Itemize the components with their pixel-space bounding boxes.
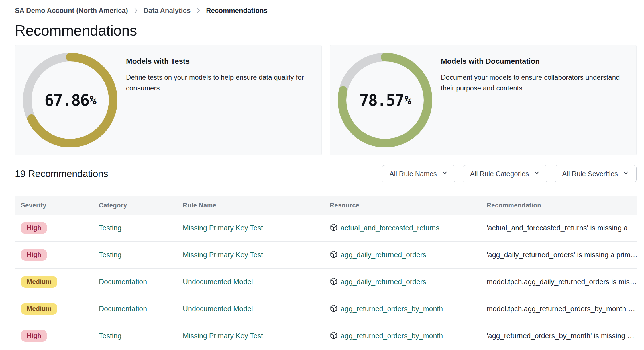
recommendation-text: model.tpch.agg_returned_orders_by_month … — [487, 305, 635, 313]
breadcrumb-item-project[interactable]: Data Analytics — [144, 7, 191, 15]
column-header-severity: Severity — [15, 202, 93, 209]
rule-name-link[interactable]: Missing Primary Key Test — [183, 332, 263, 340]
recommendation-text: 'agg_returned_orders_by_month' is missin… — [487, 332, 634, 340]
recommendation-cell: model.tpch.agg_returned_orders_by_month … — [481, 305, 637, 313]
resource-link[interactable]: actual_and_forecasted_returns — [341, 224, 439, 232]
rule-name-cell: Missing Primary Key Test — [177, 251, 324, 259]
filters: All Rule Names All Rule Categories All R… — [382, 165, 637, 182]
column-header-rule-name: Rule Name — [177, 202, 324, 209]
rule-severities-filter-dropdown[interactable]: All Rule Severities — [555, 165, 637, 182]
category-link[interactable]: Documentation — [99, 305, 147, 313]
rule-name-cell: Undocumented Model — [177, 278, 324, 286]
recommendation-cell: model.tpch.agg_daily_returned_orders is … — [481, 278, 637, 286]
severity-cell: Medium — [15, 303, 93, 315]
severity-badge: Medium — [21, 276, 57, 288]
table-body: High Testing Missing Primary Key Test ac… — [15, 215, 637, 349]
severity-cell: Medium — [15, 276, 93, 288]
recommendation-text: 'actual_and_forecasted_returns' is missi… — [487, 224, 637, 232]
rule-name-link[interactable]: Missing Primary Key Test — [183, 251, 263, 259]
category-cell: Testing — [93, 251, 177, 259]
category-cell: Documentation — [93, 305, 177, 313]
chevron-right-icon — [196, 7, 200, 14]
table-row: High Testing Missing Primary Key Test ag… — [15, 322, 637, 349]
category-link[interactable]: Testing — [99, 224, 121, 232]
rule-name-link[interactable]: Missing Primary Key Test — [183, 224, 263, 232]
chevron-down-icon — [441, 170, 448, 178]
column-header-resource: Resource — [324, 202, 481, 209]
resource-cell: agg_daily_returned_orders — [324, 250, 481, 260]
models-with-documentation-card: 78.57% Models with Documentation Documen… — [330, 45, 637, 155]
recommendation-cell: 'agg_returned_orders_by_month' is missin… — [481, 332, 637, 340]
column-header-category: Category — [93, 202, 177, 209]
resource-link[interactable]: agg_returned_orders_by_month — [341, 305, 443, 313]
resource-cell: agg_daily_returned_orders — [324, 277, 481, 287]
tests-percent-label: 67.86% — [23, 53, 117, 147]
table-row: High Testing Missing Primary Key Test ag… — [15, 242, 637, 269]
resource-link[interactable]: agg_returned_orders_by_month — [341, 332, 443, 340]
category-link[interactable]: Documentation — [99, 278, 147, 286]
resource-link[interactable]: agg_daily_returned_orders — [341, 278, 426, 286]
recommendation-text: model.tpch.agg_daily_returned_orders is … — [487, 278, 637, 286]
tests-donut-chart: 67.86% — [23, 53, 117, 147]
category-cell: Testing — [93, 224, 177, 232]
card-description: Define tests on your models to help ensu… — [126, 72, 310, 93]
severity-cell: High — [15, 249, 93, 261]
documentation-percent-label: 78.57% — [338, 53, 432, 147]
table-header: Severity Category Rule Name Resource Rec… — [15, 196, 637, 215]
rule-categories-filter-dropdown[interactable]: All Rule Categories — [463, 165, 547, 182]
rule-name-link[interactable]: Undocumented Model — [183, 278, 253, 286]
recommendation-cell: 'actual_and_forecasted_returns' is missi… — [481, 224, 637, 232]
resource-link[interactable]: agg_daily_returned_orders — [341, 251, 426, 259]
model-box-icon — [330, 331, 338, 341]
breadcrumb-item-current: Recommendations — [206, 7, 268, 15]
rule-name-cell: Undocumented Model — [177, 305, 324, 313]
breadcrumb-item-account[interactable]: SA Demo Account (North America) — [15, 7, 128, 15]
summary-cards: 67.86% Models with Tests Define tests on… — [15, 45, 637, 155]
resource-cell: agg_returned_orders_by_month — [324, 331, 481, 341]
table-row: High Testing Missing Primary Key Test ac… — [15, 215, 637, 242]
card-description: Document your models to ensure collabora… — [441, 72, 625, 93]
model-box-icon — [330, 223, 338, 233]
recommendation-text: 'agg_daily_returned_orders' is missing a… — [487, 251, 637, 259]
severity-badge: High — [21, 249, 47, 261]
model-box-icon — [330, 277, 338, 287]
chevron-right-icon — [134, 7, 138, 14]
column-header-recommendation: Recommendation — [481, 202, 637, 209]
documentation-donut-chart: 78.57% — [338, 53, 432, 147]
model-box-icon — [330, 304, 338, 314]
models-with-tests-card: 67.86% Models with Tests Define tests on… — [15, 45, 322, 155]
category-link[interactable]: Testing — [99, 332, 121, 340]
card-title: Models with Documentation — [441, 57, 625, 66]
recommendation-cell: 'agg_daily_returned_orders' is missing a… — [481, 251, 637, 259]
severity-badge: Medium — [21, 303, 57, 315]
page-title: Recommendations — [15, 22, 637, 38]
severity-cell: High — [15, 330, 93, 342]
recommendations-count-heading: 19 Recommendations — [15, 168, 108, 179]
table-row: Medium Documentation Undocumented Model … — [15, 269, 637, 295]
severity-badge: High — [21, 330, 47, 342]
category-link[interactable]: Testing — [99, 251, 121, 259]
rule-names-filter-dropdown[interactable]: All Rule Names — [382, 165, 455, 182]
chevron-down-icon — [623, 170, 629, 178]
severity-badge: High — [21, 222, 47, 234]
chevron-down-icon — [533, 170, 540, 178]
rule-name-link[interactable]: Undocumented Model — [183, 305, 253, 313]
rule-name-cell: Missing Primary Key Test — [177, 224, 324, 232]
resource-cell: agg_returned_orders_by_month — [324, 304, 481, 314]
category-cell: Documentation — [93, 278, 177, 286]
recommendations-table: Severity Category Rule Name Resource Rec… — [15, 196, 637, 349]
severity-cell: High — [15, 222, 93, 234]
category-cell: Testing — [93, 332, 177, 340]
recommendations-page: SA Demo Account (North America) Data Ana… — [0, 6, 644, 349]
model-box-icon — [330, 250, 338, 260]
breadcrumb: SA Demo Account (North America) Data Ana… — [15, 6, 637, 15]
card-title: Models with Tests — [126, 57, 310, 66]
list-toolbar: 19 Recommendations All Rule Names All Ru… — [15, 165, 637, 182]
table-row: Medium Documentation Undocumented Model … — [15, 295, 637, 322]
rule-name-cell: Missing Primary Key Test — [177, 332, 324, 340]
resource-cell: actual_and_forecasted_returns — [324, 223, 481, 233]
